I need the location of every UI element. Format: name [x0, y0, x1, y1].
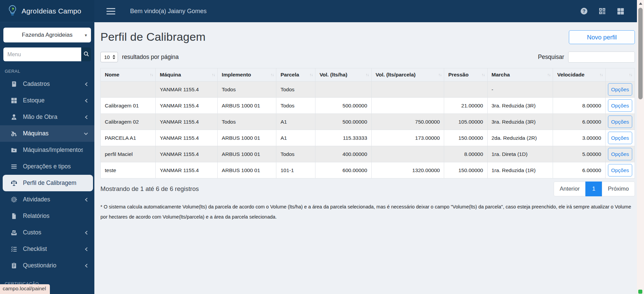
sidebar-item-relatorios[interactable]: Relatórios: [0, 208, 94, 224]
help-icon[interactable]: ?: [580, 7, 588, 15]
options-button[interactable]: Opções: [608, 83, 632, 96]
column-header-implemento[interactable]: Implemento↑↓: [218, 68, 276, 81]
column-header-velocidade[interactable]: Velocidade↑↓: [553, 68, 605, 81]
table-cell: [371, 98, 444, 114]
per-page-label: resultados por página: [122, 54, 179, 61]
sidebar-item-estoque[interactable]: Estoque: [0, 92, 94, 109]
lightbulb-leaf-icon: [7, 5, 18, 18]
options-button[interactable]: Opções: [608, 132, 632, 144]
sort-icon: ↑↓: [482, 73, 485, 77]
table-cell: Calibragem 01: [101, 98, 156, 114]
table-cell: [553, 81, 605, 98]
column-header-maquina[interactable]: Máquina↑↓: [156, 68, 218, 81]
table-cell: 8.00000: [444, 146, 487, 162]
menu-search-input[interactable]: [3, 47, 81, 61]
pagination-prev[interactable]: Anterior: [554, 182, 586, 196]
qr-code-icon[interactable]: [598, 7, 606, 15]
sidebar-item-label: Cadastros: [23, 80, 79, 88]
table-row: YANMAR 1155.4TodosTodos-Opções: [101, 81, 635, 98]
sidebar-menu: CadastrosEstoqueMão de ObraMáquinasMáqui…: [0, 76, 94, 274]
options-button[interactable]: Opções: [608, 164, 632, 176]
ballot-check-icon: [10, 229, 18, 236]
hamburger-icon[interactable]: [106, 8, 115, 14]
sidebar: AgroIdeias Campo Fazenda Agroideias ▾ GE…: [0, 0, 94, 294]
table-cell: 500.00000: [315, 98, 371, 114]
sort-icon: ↑↓: [271, 73, 274, 77]
table-cell: A1: [276, 114, 315, 130]
sidebar-item-label: Checklist: [23, 246, 79, 253]
table-cell: 8.00000: [553, 98, 605, 114]
sidebar-item-maquinas[interactable]: Máquinas: [0, 125, 94, 142]
table-cell: 2da. Reduzida (2R): [487, 130, 553, 146]
table-cell: Todos: [218, 114, 276, 130]
sidebar-item-checklist[interactable]: Checklist: [0, 241, 94, 257]
table-cell: 3ra. Reduzida (3R): [487, 98, 553, 114]
column-header-options[interactable]: ↑↓: [605, 68, 635, 81]
folder-plus-icon: [10, 146, 18, 154]
table-cell: ARBUS 1000 01: [218, 146, 276, 162]
column-header-parcela[interactable]: Parcela↑↓: [276, 68, 315, 81]
table-cell: -: [487, 81, 553, 98]
menu-search-button[interactable]: [81, 47, 91, 61]
table-cell: Todos: [276, 81, 315, 98]
brand: AgroIdeias Campo: [0, 0, 94, 22]
column-header-vol-lts-ha[interactable]: Vol. (lts/ha)↑↓: [315, 68, 371, 81]
sort-icon: ↑↓: [212, 73, 215, 77]
pagination-next[interactable]: Próximo: [602, 182, 635, 196]
sort-icon: ↑↓: [438, 73, 442, 77]
grid-icon: [10, 97, 18, 104]
column-label: Vol. (lts/parcela): [376, 72, 416, 77]
sidebar-item-label: Mão de Obra: [23, 113, 79, 121]
table-row: PARCELA A1YANMAR 1155.4ARBUS 1000 01A111…: [101, 130, 635, 146]
sidebar-item-atividades[interactable]: Atividades: [0, 191, 94, 208]
topbar-icons: ?: [580, 7, 625, 15]
sidebar-item-custos[interactable]: Custos: [0, 224, 94, 241]
column-header-pressao[interactable]: Pressão↑↓: [444, 68, 487, 81]
table-cell: [444, 81, 487, 98]
table-cell: [371, 146, 444, 162]
new-profile-button[interactable]: Novo perfil: [569, 30, 635, 44]
farm-select-value: Fazenda Agroideias: [22, 32, 72, 38]
checklist-icon: [10, 246, 18, 253]
table-cell: 21.00000: [444, 98, 487, 114]
search-icon: [83, 51, 89, 58]
chevron-left-icon: [84, 98, 88, 103]
sidebar-item-label: Máquinas/Implementos: [23, 146, 83, 154]
sidebar-item-cadastros[interactable]: Cadastros: [0, 76, 94, 92]
table-body: YANMAR 1155.4TodosTodos-OpçõesCalibragem…: [101, 81, 635, 178]
book-icon: [10, 80, 18, 88]
table-cell: 115.33333: [315, 130, 371, 146]
sort-icon: ↑↓: [600, 73, 603, 77]
sidebar-item-questionario[interactable]: Questionário: [0, 257, 94, 274]
sort-icon: ↑↓: [629, 73, 633, 77]
table-cell: 3.00000: [553, 130, 605, 146]
table-cell: Todos: [218, 81, 276, 98]
options-button[interactable]: Opções: [608, 116, 632, 128]
table-cell: 1ra. Reduzida (1R): [487, 162, 553, 178]
per-page-select[interactable]: 10: [100, 52, 118, 62]
scrollbar-thumb[interactable]: [638, 8, 643, 99]
column-label: Vol. (lts/ha): [319, 72, 347, 77]
column-header-vol-lts-parcela[interactable]: Vol. (lts/parcela)↑↓: [371, 68, 444, 81]
table-cell: [371, 81, 444, 98]
options-button[interactable]: Opções: [608, 148, 632, 160]
sidebar-item-operacoes-e-tipos[interactable]: Operações e tipos: [0, 158, 94, 175]
sidebar-item-maquinas-implementos[interactable]: Máquinas/Implementos: [0, 142, 94, 158]
scroll-up-arrow-icon[interactable]: [639, 2, 642, 5]
table-search-input[interactable]: [568, 52, 635, 63]
table-cell: ARBUS 1000 01: [218, 162, 276, 178]
sidebar-item-mao-de-obra[interactable]: Mão de Obra: [0, 109, 94, 125]
farm-select[interactable]: Fazenda Agroideias ▾: [3, 28, 91, 42]
column-header-marcha[interactable]: Marcha↑↓: [487, 68, 553, 81]
showing-records-text: Mostrando de 1 até 6 de 6 registros: [100, 185, 199, 193]
vertical-scrollbar[interactable]: [637, 0, 644, 294]
search-label: Pesquisar: [538, 54, 564, 61]
options-button[interactable]: Opções: [608, 99, 632, 112]
pagination-page-1[interactable]: 1: [585, 182, 602, 196]
chevron-down-icon: ▾: [85, 33, 87, 38]
table-cell: ARBUS 1000 01: [218, 130, 276, 146]
sidebar-item-perfil-de-calibragem[interactable]: Perfil de Calibragem: [3, 175, 93, 191]
column-header-nome[interactable]: Nome↑↓: [101, 68, 156, 81]
grid-apps-icon[interactable]: [616, 7, 625, 15]
table-cell: A1: [276, 130, 315, 146]
